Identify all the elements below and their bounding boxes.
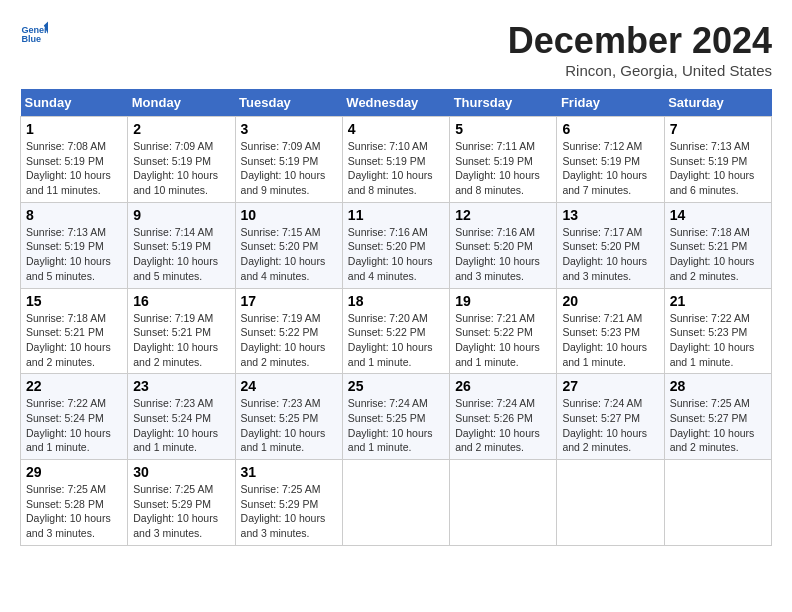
calendar-row: 22 Sunrise: 7:22 AMSunset: 5:24 PMDaylig…: [21, 374, 772, 460]
day-number: 16: [133, 293, 229, 309]
table-cell: [557, 460, 664, 546]
cell-info: Sunrise: 7:24 AMSunset: 5:27 PMDaylight:…: [562, 397, 647, 453]
day-number: 20: [562, 293, 658, 309]
cell-info: Sunrise: 7:21 AMSunset: 5:23 PMDaylight:…: [562, 312, 647, 368]
table-cell: 22 Sunrise: 7:22 AMSunset: 5:24 PMDaylig…: [21, 374, 128, 460]
col-thursday: Thursday: [450, 89, 557, 117]
cell-info: Sunrise: 7:13 AMSunset: 5:19 PMDaylight:…: [670, 140, 755, 196]
day-number: 10: [241, 207, 337, 223]
calendar-row: 15 Sunrise: 7:18 AMSunset: 5:21 PMDaylig…: [21, 288, 772, 374]
calendar-row: 1 Sunrise: 7:08 AMSunset: 5:19 PMDayligh…: [21, 117, 772, 203]
table-cell: 25 Sunrise: 7:24 AMSunset: 5:25 PMDaylig…: [342, 374, 449, 460]
table-cell: 5 Sunrise: 7:11 AMSunset: 5:19 PMDayligh…: [450, 117, 557, 203]
table-cell: 21 Sunrise: 7:22 AMSunset: 5:23 PMDaylig…: [664, 288, 771, 374]
day-number: 15: [26, 293, 122, 309]
day-number: 22: [26, 378, 122, 394]
day-number: 5: [455, 121, 551, 137]
day-number: 1: [26, 121, 122, 137]
day-number: 29: [26, 464, 122, 480]
cell-info: Sunrise: 7:21 AMSunset: 5:22 PMDaylight:…: [455, 312, 540, 368]
location-title: Rincon, Georgia, United States: [508, 62, 772, 79]
table-cell: 27 Sunrise: 7:24 AMSunset: 5:27 PMDaylig…: [557, 374, 664, 460]
table-cell: [342, 460, 449, 546]
table-cell: 6 Sunrise: 7:12 AMSunset: 5:19 PMDayligh…: [557, 117, 664, 203]
cell-info: Sunrise: 7:23 AMSunset: 5:24 PMDaylight:…: [133, 397, 218, 453]
cell-info: Sunrise: 7:12 AMSunset: 5:19 PMDaylight:…: [562, 140, 647, 196]
day-number: 25: [348, 378, 444, 394]
calendar-table: Sunday Monday Tuesday Wednesday Thursday…: [20, 89, 772, 546]
cell-info: Sunrise: 7:11 AMSunset: 5:19 PMDaylight:…: [455, 140, 540, 196]
day-number: 14: [670, 207, 766, 223]
header: General Blue December 2024 Rincon, Georg…: [20, 20, 772, 79]
cell-info: Sunrise: 7:25 AMSunset: 5:29 PMDaylight:…: [241, 483, 326, 539]
day-number: 28: [670, 378, 766, 394]
day-number: 27: [562, 378, 658, 394]
cell-info: Sunrise: 7:19 AMSunset: 5:21 PMDaylight:…: [133, 312, 218, 368]
cell-info: Sunrise: 7:16 AMSunset: 5:20 PMDaylight:…: [455, 226, 540, 282]
table-cell: 9 Sunrise: 7:14 AMSunset: 5:19 PMDayligh…: [128, 202, 235, 288]
day-number: 2: [133, 121, 229, 137]
calendar-row: 29 Sunrise: 7:25 AMSunset: 5:28 PMDaylig…: [21, 460, 772, 546]
table-cell: 24 Sunrise: 7:23 AMSunset: 5:25 PMDaylig…: [235, 374, 342, 460]
calendar-row: 8 Sunrise: 7:13 AMSunset: 5:19 PMDayligh…: [21, 202, 772, 288]
cell-info: Sunrise: 7:09 AMSunset: 5:19 PMDaylight:…: [241, 140, 326, 196]
col-tuesday: Tuesday: [235, 89, 342, 117]
cell-info: Sunrise: 7:17 AMSunset: 5:20 PMDaylight:…: [562, 226, 647, 282]
day-number: 3: [241, 121, 337, 137]
table-cell: [664, 460, 771, 546]
table-cell: 3 Sunrise: 7:09 AMSunset: 5:19 PMDayligh…: [235, 117, 342, 203]
table-cell: 11 Sunrise: 7:16 AMSunset: 5:20 PMDaylig…: [342, 202, 449, 288]
day-number: 6: [562, 121, 658, 137]
table-cell: [450, 460, 557, 546]
day-number: 21: [670, 293, 766, 309]
day-number: 18: [348, 293, 444, 309]
logo-icon: General Blue: [20, 20, 48, 48]
cell-info: Sunrise: 7:22 AMSunset: 5:23 PMDaylight:…: [670, 312, 755, 368]
cell-info: Sunrise: 7:19 AMSunset: 5:22 PMDaylight:…: [241, 312, 326, 368]
header-row: Sunday Monday Tuesday Wednesday Thursday…: [21, 89, 772, 117]
cell-info: Sunrise: 7:18 AMSunset: 5:21 PMDaylight:…: [26, 312, 111, 368]
cell-info: Sunrise: 7:08 AMSunset: 5:19 PMDaylight:…: [26, 140, 111, 196]
cell-info: Sunrise: 7:16 AMSunset: 5:20 PMDaylight:…: [348, 226, 433, 282]
cell-info: Sunrise: 7:09 AMSunset: 5:19 PMDaylight:…: [133, 140, 218, 196]
col-friday: Friday: [557, 89, 664, 117]
cell-info: Sunrise: 7:15 AMSunset: 5:20 PMDaylight:…: [241, 226, 326, 282]
cell-info: Sunrise: 7:25 AMSunset: 5:29 PMDaylight:…: [133, 483, 218, 539]
day-number: 31: [241, 464, 337, 480]
table-cell: 29 Sunrise: 7:25 AMSunset: 5:28 PMDaylig…: [21, 460, 128, 546]
month-title: December 2024: [508, 20, 772, 62]
col-monday: Monday: [128, 89, 235, 117]
cell-info: Sunrise: 7:18 AMSunset: 5:21 PMDaylight:…: [670, 226, 755, 282]
day-number: 30: [133, 464, 229, 480]
calendar-header: Sunday Monday Tuesday Wednesday Thursday…: [21, 89, 772, 117]
svg-text:Blue: Blue: [21, 34, 41, 44]
cell-info: Sunrise: 7:25 AMSunset: 5:28 PMDaylight:…: [26, 483, 111, 539]
table-cell: 23 Sunrise: 7:23 AMSunset: 5:24 PMDaylig…: [128, 374, 235, 460]
table-cell: 18 Sunrise: 7:20 AMSunset: 5:22 PMDaylig…: [342, 288, 449, 374]
cell-info: Sunrise: 7:13 AMSunset: 5:19 PMDaylight:…: [26, 226, 111, 282]
day-number: 17: [241, 293, 337, 309]
col-sunday: Sunday: [21, 89, 128, 117]
table-cell: 2 Sunrise: 7:09 AMSunset: 5:19 PMDayligh…: [128, 117, 235, 203]
col-wednesday: Wednesday: [342, 89, 449, 117]
day-number: 12: [455, 207, 551, 223]
calendar-body: 1 Sunrise: 7:08 AMSunset: 5:19 PMDayligh…: [21, 117, 772, 546]
table-cell: 12 Sunrise: 7:16 AMSunset: 5:20 PMDaylig…: [450, 202, 557, 288]
cell-info: Sunrise: 7:24 AMSunset: 5:26 PMDaylight:…: [455, 397, 540, 453]
cell-info: Sunrise: 7:22 AMSunset: 5:24 PMDaylight:…: [26, 397, 111, 453]
day-number: 26: [455, 378, 551, 394]
table-cell: 19 Sunrise: 7:21 AMSunset: 5:22 PMDaylig…: [450, 288, 557, 374]
table-cell: 7 Sunrise: 7:13 AMSunset: 5:19 PMDayligh…: [664, 117, 771, 203]
day-number: 23: [133, 378, 229, 394]
day-number: 8: [26, 207, 122, 223]
table-cell: 28 Sunrise: 7:25 AMSunset: 5:27 PMDaylig…: [664, 374, 771, 460]
cell-info: Sunrise: 7:23 AMSunset: 5:25 PMDaylight:…: [241, 397, 326, 453]
svg-text:General: General: [21, 25, 48, 35]
title-area: December 2024 Rincon, Georgia, United St…: [508, 20, 772, 79]
day-number: 24: [241, 378, 337, 394]
table-cell: 1 Sunrise: 7:08 AMSunset: 5:19 PMDayligh…: [21, 117, 128, 203]
table-cell: 26 Sunrise: 7:24 AMSunset: 5:26 PMDaylig…: [450, 374, 557, 460]
day-number: 9: [133, 207, 229, 223]
table-cell: 15 Sunrise: 7:18 AMSunset: 5:21 PMDaylig…: [21, 288, 128, 374]
cell-info: Sunrise: 7:10 AMSunset: 5:19 PMDaylight:…: [348, 140, 433, 196]
